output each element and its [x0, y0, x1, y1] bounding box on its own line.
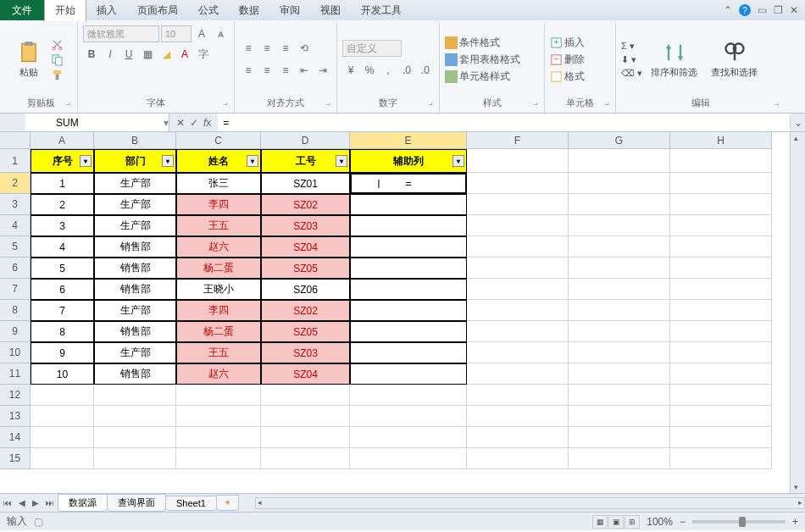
empty-cell[interactable]: [31, 385, 94, 406]
data-cell[interactable]: [569, 173, 670, 194]
empty-cell[interactable]: [261, 406, 350, 427]
header-cell[interactable]: 部门▾: [94, 149, 176, 173]
sheet-tab-1[interactable]: 数据源: [58, 494, 108, 512]
empty-cell[interactable]: [31, 406, 94, 427]
filter-dropdown-icon[interactable]: ▾: [452, 155, 464, 167]
file-tab[interactable]: 文件: [0, 0, 44, 20]
view-normal-button[interactable]: ▦: [592, 515, 608, 529]
data-cell[interactable]: SZ05: [261, 258, 350, 279]
insert-cells-button[interactable]: +插入: [550, 36, 585, 50]
number-format-select[interactable]: [342, 40, 402, 57]
row-header-13[interactable]: 13: [0, 406, 31, 427]
tab-start[interactable]: 开始: [44, 0, 86, 21]
data-cell[interactable]: 王五: [176, 342, 261, 363]
fill-color-button[interactable]: ◢: [158, 46, 175, 63]
empty-cell[interactable]: [467, 448, 569, 469]
data-cell[interactable]: 10: [31, 363, 94, 385]
empty-cell[interactable]: [176, 448, 261, 469]
percent-button[interactable]: %: [361, 62, 378, 79]
data-cell[interactable]: 生产部: [94, 194, 176, 215]
col-header-C[interactable]: C: [176, 132, 261, 149]
data-cell[interactable]: 6: [31, 279, 94, 300]
empty-cell[interactable]: [31, 448, 94, 469]
data-cell[interactable]: 7: [31, 300, 94, 321]
data-cell[interactable]: [350, 215, 467, 236]
data-cell[interactable]: SZ03: [261, 215, 350, 236]
data-cell[interactable]: [569, 236, 670, 258]
header-cell[interactable]: 辅助列▾: [350, 149, 467, 173]
empty-cell[interactable]: [94, 448, 176, 469]
dec-decimal-button[interactable]: .0: [417, 62, 434, 79]
data-cell[interactable]: 1: [31, 173, 94, 194]
sheet-tab-3[interactable]: Sheet1: [165, 496, 217, 511]
italic-button[interactable]: I: [102, 46, 119, 63]
empty-cell[interactable]: [350, 448, 467, 469]
tab-view[interactable]: 视图: [310, 0, 351, 21]
data-cell[interactable]: SZ04: [261, 236, 350, 258]
decrease-font-button[interactable]: ᴀ: [212, 25, 229, 42]
row-header-3[interactable]: 3: [0, 194, 31, 215]
align-mid-button[interactable]: ≡: [258, 40, 275, 57]
align-center-button[interactable]: ≡: [258, 62, 275, 79]
align-right-button[interactable]: ≡: [277, 62, 294, 79]
empty-cell[interactable]: [94, 385, 176, 406]
table-format-button[interactable]: 套用表格格式: [445, 53, 520, 67]
data-cell[interactable]: [670, 173, 772, 194]
ribbon-minimize-icon[interactable]: ⌃: [724, 4, 732, 16]
increase-font-button[interactable]: A: [193, 25, 210, 42]
align-top-button[interactable]: ≡: [240, 40, 257, 57]
data-cell[interactable]: 生产部: [94, 173, 176, 194]
currency-button[interactable]: ¥: [342, 62, 359, 79]
data-cell[interactable]: [467, 279, 569, 300]
data-cell[interactable]: [350, 258, 467, 279]
data-cell[interactable]: [467, 321, 569, 342]
data-cell[interactable]: [350, 321, 467, 342]
data-cell[interactable]: [670, 342, 772, 363]
data-cell[interactable]: SZ04: [261, 363, 350, 385]
data-cell[interactable]: [350, 279, 467, 300]
data-cell[interactable]: 李四: [176, 300, 261, 321]
sheet-tab-2[interactable]: 查询界面: [107, 494, 166, 512]
col-header-E[interactable]: E: [350, 132, 467, 149]
empty-cell[interactable]: [569, 385, 670, 406]
font-size-input[interactable]: [161, 25, 192, 42]
empty-cell[interactable]: [176, 406, 261, 427]
align-bot-button[interactable]: ≡: [277, 40, 294, 57]
cut-button[interactable]: [51, 38, 64, 51]
data-cell[interactable]: [467, 173, 569, 194]
data-cell[interactable]: [350, 363, 467, 385]
format-painter-button[interactable]: [51, 69, 64, 81]
data-cell[interactable]: 销售部: [94, 363, 176, 385]
data-cell[interactable]: [350, 300, 467, 321]
tab-dev[interactable]: 开发工具: [351, 0, 412, 21]
col-header-G[interactable]: G: [569, 132, 670, 149]
header-cell[interactable]: [670, 149, 772, 173]
empty-cell[interactable]: [670, 427, 772, 448]
empty-cell[interactable]: [94, 406, 176, 427]
empty-cell[interactable]: [467, 427, 569, 448]
data-cell[interactable]: [467, 342, 569, 363]
empty-cell[interactable]: [261, 385, 350, 406]
data-cell[interactable]: I=: [350, 173, 467, 194]
data-cell[interactable]: [569, 279, 670, 300]
data-cell[interactable]: 赵六: [176, 363, 261, 385]
row-header-15[interactable]: 15: [0, 448, 31, 469]
data-cell[interactable]: 生产部: [94, 215, 176, 236]
formula-input[interactable]: [218, 114, 790, 131]
data-cell[interactable]: [569, 321, 670, 342]
zoom-out-button[interactable]: −: [680, 516, 686, 528]
data-cell[interactable]: [569, 363, 670, 385]
filter-dropdown-icon[interactable]: ▾: [336, 155, 347, 167]
data-cell[interactable]: [569, 342, 670, 363]
col-header-H[interactable]: H: [670, 132, 772, 149]
font-name-input[interactable]: [83, 25, 159, 42]
phonetic-button[interactable]: 字: [195, 46, 212, 63]
macro-record-icon[interactable]: ▢: [34, 516, 43, 528]
help-icon[interactable]: ?: [739, 4, 751, 16]
data-cell[interactable]: 5: [31, 258, 94, 279]
empty-cell[interactable]: [31, 427, 94, 448]
data-cell[interactable]: [467, 236, 569, 258]
empty-cell[interactable]: [670, 406, 772, 427]
data-cell[interactable]: 王五: [176, 215, 261, 236]
tab-data[interactable]: 数据: [229, 0, 269, 21]
